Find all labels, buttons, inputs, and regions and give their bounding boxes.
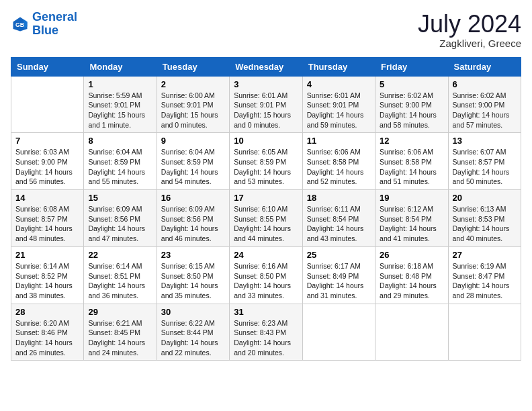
day-info: Sunrise: 6:17 AM Sunset: 8:49 PM Dayligh… bbox=[307, 261, 371, 301]
calendar-cell: 7Sunrise: 6:03 AM Sunset: 9:00 PM Daylig… bbox=[11, 133, 84, 190]
calendar-cell: 16Sunrise: 6:09 AM Sunset: 8:56 PM Dayli… bbox=[157, 190, 229, 247]
day-number: 18 bbox=[307, 193, 371, 203]
calendar-cell: 23Sunrise: 6:15 AM Sunset: 8:50 PM Dayli… bbox=[157, 246, 229, 304]
logo-line2: Blue bbox=[32, 24, 58, 37]
calendar-cell: 3Sunrise: 6:01 AM Sunset: 9:01 PM Daylig… bbox=[230, 76, 302, 133]
calendar-cell: 5Sunrise: 6:02 AM Sunset: 9:00 PM Daylig… bbox=[375, 76, 448, 133]
calendar-cell: 4Sunrise: 6:01 AM Sunset: 9:01 PM Daylig… bbox=[302, 76, 375, 133]
calendar-cell: 12Sunrise: 6:06 AM Sunset: 8:58 PM Dayli… bbox=[375, 133, 448, 190]
day-number: 25 bbox=[307, 250, 371, 260]
day-number: 16 bbox=[161, 193, 225, 203]
day-info: Sunrise: 6:15 AM Sunset: 8:50 PM Dayligh… bbox=[161, 261, 225, 301]
day-number: 8 bbox=[88, 136, 152, 146]
day-number: 13 bbox=[453, 136, 517, 146]
calendar-cell: 17Sunrise: 6:10 AM Sunset: 8:55 PM Dayli… bbox=[230, 190, 302, 247]
day-number: 28 bbox=[15, 307, 79, 317]
day-info: Sunrise: 6:22 AM Sunset: 8:44 PM Dayligh… bbox=[161, 318, 225, 358]
week-row-3: 21Sunrise: 6:14 AM Sunset: 8:52 PM Dayli… bbox=[11, 246, 521, 304]
day-number: 6 bbox=[453, 79, 517, 89]
month-year: July 2024 bbox=[418, 11, 521, 38]
calendar-cell: 6Sunrise: 6:02 AM Sunset: 9:00 PM Daylig… bbox=[448, 76, 521, 133]
day-number: 20 bbox=[453, 193, 517, 203]
calendar-cell: 21Sunrise: 6:14 AM Sunset: 8:52 PM Dayli… bbox=[11, 246, 84, 304]
day-info: Sunrise: 6:00 AM Sunset: 9:01 PM Dayligh… bbox=[161, 91, 225, 130]
day-number: 14 bbox=[15, 193, 79, 203]
day-info: Sunrise: 6:14 AM Sunset: 8:51 PM Dayligh… bbox=[88, 261, 152, 301]
location: Zagkliveri, Greece bbox=[418, 38, 521, 49]
page-header: GB General Blue July 2024 Zagkliveri, Gr… bbox=[11, 11, 521, 49]
calendar-cell: 18Sunrise: 6:11 AM Sunset: 8:54 PM Dayli… bbox=[302, 190, 375, 247]
day-info: Sunrise: 6:13 AM Sunset: 8:53 PM Dayligh… bbox=[453, 204, 517, 244]
day-info: Sunrise: 6:14 AM Sunset: 8:52 PM Dayligh… bbox=[15, 261, 79, 301]
day-number: 7 bbox=[15, 136, 79, 146]
title-block: July 2024 Zagkliveri, Greece bbox=[418, 11, 521, 49]
day-info: Sunrise: 6:08 AM Sunset: 8:57 PM Dayligh… bbox=[15, 204, 79, 244]
calendar-cell: 28Sunrise: 6:20 AM Sunset: 8:46 PM Dayli… bbox=[11, 304, 84, 361]
logo: GB General Blue bbox=[11, 11, 77, 38]
logo-text: General Blue bbox=[32, 11, 77, 38]
day-info: Sunrise: 6:02 AM Sunset: 9:00 PM Dayligh… bbox=[453, 91, 517, 130]
day-info: Sunrise: 6:04 AM Sunset: 8:59 PM Dayligh… bbox=[161, 147, 225, 187]
calendar-cell: 29Sunrise: 6:21 AM Sunset: 8:45 PM Dayli… bbox=[84, 304, 157, 361]
calendar-cell bbox=[302, 304, 375, 361]
day-number: 5 bbox=[380, 79, 443, 89]
day-info: Sunrise: 6:07 AM Sunset: 8:57 PM Dayligh… bbox=[453, 147, 517, 187]
day-number: 26 bbox=[380, 250, 443, 260]
header-thursday: Thursday bbox=[302, 57, 375, 76]
day-number: 24 bbox=[234, 250, 298, 260]
day-info: Sunrise: 6:06 AM Sunset: 8:58 PM Dayligh… bbox=[380, 147, 443, 187]
day-number: 15 bbox=[88, 193, 152, 203]
day-info: Sunrise: 6:16 AM Sunset: 8:50 PM Dayligh… bbox=[234, 261, 298, 301]
day-info: Sunrise: 6:01 AM Sunset: 9:01 PM Dayligh… bbox=[234, 91, 298, 130]
day-number: 2 bbox=[161, 79, 225, 89]
day-info: Sunrise: 6:20 AM Sunset: 8:46 PM Dayligh… bbox=[15, 318, 79, 358]
calendar-cell: 31Sunrise: 6:23 AM Sunset: 8:43 PM Dayli… bbox=[230, 304, 302, 361]
day-info: Sunrise: 6:21 AM Sunset: 8:45 PM Dayligh… bbox=[88, 318, 152, 358]
day-info: Sunrise: 6:03 AM Sunset: 9:00 PM Dayligh… bbox=[15, 147, 79, 187]
header-sunday: Sunday bbox=[11, 57, 84, 76]
header-row: SundayMondayTuesdayWednesdayThursdayFrid… bbox=[11, 57, 521, 76]
calendar-cell: 24Sunrise: 6:16 AM Sunset: 8:50 PM Dayli… bbox=[230, 246, 302, 304]
day-info: Sunrise: 6:04 AM Sunset: 8:59 PM Dayligh… bbox=[88, 147, 152, 187]
day-info: Sunrise: 6:09 AM Sunset: 8:56 PM Dayligh… bbox=[88, 204, 152, 244]
calendar-cell: 14Sunrise: 6:08 AM Sunset: 8:57 PM Dayli… bbox=[11, 190, 84, 247]
day-info: Sunrise: 6:19 AM Sunset: 8:47 PM Dayligh… bbox=[453, 261, 517, 301]
calendar-cell: 10Sunrise: 6:05 AM Sunset: 8:59 PM Dayli… bbox=[230, 133, 302, 190]
day-info: Sunrise: 6:11 AM Sunset: 8:54 PM Dayligh… bbox=[307, 204, 371, 244]
calendar-cell: 20Sunrise: 6:13 AM Sunset: 8:53 PM Dayli… bbox=[448, 190, 521, 247]
calendar-cell bbox=[375, 304, 448, 361]
calendar-cell: 27Sunrise: 6:19 AM Sunset: 8:47 PM Dayli… bbox=[448, 246, 521, 304]
day-number: 23 bbox=[161, 250, 225, 260]
calendar-cell: 25Sunrise: 6:17 AM Sunset: 8:49 PM Dayli… bbox=[302, 246, 375, 304]
day-number: 3 bbox=[234, 79, 298, 89]
logo-line1: General bbox=[32, 10, 77, 24]
week-row-1: 7Sunrise: 6:03 AM Sunset: 9:00 PM Daylig… bbox=[11, 133, 521, 190]
calendar-cell: 2Sunrise: 6:00 AM Sunset: 9:01 PM Daylig… bbox=[157, 76, 229, 133]
day-number: 4 bbox=[307, 79, 371, 89]
day-number: 9 bbox=[161, 136, 225, 146]
day-info: Sunrise: 6:23 AM Sunset: 8:43 PM Dayligh… bbox=[234, 318, 298, 358]
calendar-cell: 1Sunrise: 5:59 AM Sunset: 9:01 PM Daylig… bbox=[84, 76, 157, 133]
calendar-cell: 30Sunrise: 6:22 AM Sunset: 8:44 PM Dayli… bbox=[157, 304, 229, 361]
calendar-cell: 26Sunrise: 6:18 AM Sunset: 8:48 PM Dayli… bbox=[375, 246, 448, 304]
calendar-cell: 11Sunrise: 6:06 AM Sunset: 8:58 PM Dayli… bbox=[302, 133, 375, 190]
svg-text:GB: GB bbox=[15, 21, 24, 28]
week-row-2: 14Sunrise: 6:08 AM Sunset: 8:57 PM Dayli… bbox=[11, 190, 521, 247]
day-number: 21 bbox=[15, 250, 79, 260]
calendar-cell bbox=[448, 304, 521, 361]
day-info: Sunrise: 6:12 AM Sunset: 8:54 PM Dayligh… bbox=[380, 204, 443, 244]
day-info: Sunrise: 6:06 AM Sunset: 8:58 PM Dayligh… bbox=[307, 147, 371, 187]
day-info: Sunrise: 6:01 AM Sunset: 9:01 PM Dayligh… bbox=[307, 91, 371, 130]
day-number: 27 bbox=[453, 250, 517, 260]
calendar-cell bbox=[11, 76, 84, 133]
day-info: Sunrise: 6:10 AM Sunset: 8:55 PM Dayligh… bbox=[234, 204, 298, 244]
calendar-cell: 9Sunrise: 6:04 AM Sunset: 8:59 PM Daylig… bbox=[157, 133, 229, 190]
calendar-cell: 22Sunrise: 6:14 AM Sunset: 8:51 PM Dayli… bbox=[84, 246, 157, 304]
calendar-cell: 19Sunrise: 6:12 AM Sunset: 8:54 PM Dayli… bbox=[375, 190, 448, 247]
day-number: 30 bbox=[161, 307, 225, 317]
day-number: 17 bbox=[234, 193, 298, 203]
week-row-0: 1Sunrise: 5:59 AM Sunset: 9:01 PM Daylig… bbox=[11, 76, 521, 133]
day-number: 12 bbox=[380, 136, 443, 146]
day-number: 29 bbox=[88, 307, 152, 317]
day-number: 22 bbox=[88, 250, 152, 260]
